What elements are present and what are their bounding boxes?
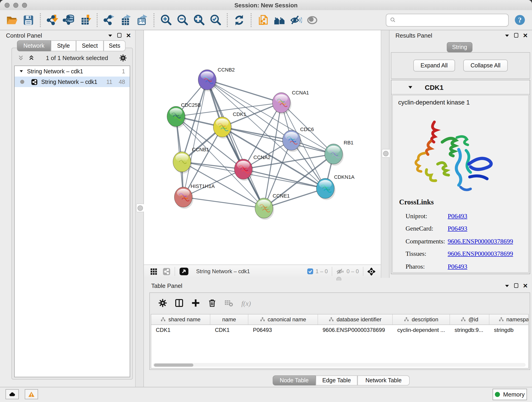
zoom-out-button[interactable] bbox=[174, 12, 191, 28]
import-table-button[interactable] bbox=[77, 12, 94, 28]
fit-selected-crosshair-icon[interactable] bbox=[367, 268, 375, 275]
network-edge[interactable] bbox=[222, 127, 334, 154]
panel-close-icon[interactable]: ✕ bbox=[523, 33, 528, 38]
protein-section-header[interactable]: CDK1 bbox=[391, 80, 530, 95]
selected-checkbox-icon[interactable] bbox=[307, 268, 313, 274]
export-network-button[interactable] bbox=[101, 12, 117, 28]
network-edge[interactable] bbox=[183, 197, 264, 208]
tab-sets[interactable]: Sets bbox=[104, 40, 126, 51]
refresh-view-button[interactable] bbox=[231, 12, 247, 28]
table-horizontal-scrollbar[interactable] bbox=[153, 363, 526, 367]
column-header-description[interactable]: description bbox=[393, 314, 450, 325]
table-row[interactable]: CDK1CDK1P064939606.ENSP00000378699cyclin… bbox=[151, 325, 528, 335]
network-node-CDC25B[interactable] bbox=[167, 106, 186, 128]
memory-button[interactable]: Memory bbox=[493, 389, 527, 400]
import-network-file-button[interactable] bbox=[44, 12, 60, 28]
column-header-shared-name[interactable]: shared name bbox=[151, 314, 210, 325]
network-selection-status: 1 of 1 Network selected bbox=[35, 54, 119, 61]
network-node-CDKN1A[interactable] bbox=[317, 178, 336, 200]
grid-view-icon[interactable] bbox=[150, 268, 157, 275]
protein-structure-image bbox=[405, 114, 495, 205]
tab-string[interactable]: String bbox=[447, 42, 472, 52]
collection-expand-icon[interactable] bbox=[19, 69, 23, 73]
search-input[interactable] bbox=[399, 16, 505, 24]
network-options-gear-icon[interactable] bbox=[119, 54, 127, 62]
cloud-status-button[interactable] bbox=[6, 389, 19, 399]
network-collection-row[interactable]: String Network – cdk1 1 bbox=[15, 66, 130, 77]
network-node-CCNA1[interactable] bbox=[272, 93, 291, 114]
table-cell: CDK1 bbox=[210, 325, 248, 335]
network-canvas[interactable]: CCNB2CCNA1CDC25BCDK1CDC6RB1CCNB1CCNA2CDK… bbox=[144, 30, 381, 264]
network-row[interactable]: String Network – cdk1 11 48 bbox=[15, 77, 130, 87]
string-home-button[interactable] bbox=[271, 12, 288, 28]
crosslink-link[interactable]: P06493 bbox=[448, 213, 467, 220]
tab-node-table[interactable]: Node Table bbox=[273, 375, 316, 385]
network-edge[interactable] bbox=[183, 169, 243, 197]
tab-style[interactable]: Style bbox=[51, 40, 76, 51]
tab-network-table[interactable]: Network Table bbox=[357, 375, 410, 385]
panel-menu-icon[interactable] bbox=[505, 283, 510, 288]
warning-status-button[interactable] bbox=[25, 389, 38, 399]
panel-close-icon[interactable]: ✕ bbox=[523, 283, 528, 288]
network-node-RB1[interactable] bbox=[325, 144, 344, 166]
column-header-namespace[interactable]: namespace bbox=[489, 314, 529, 325]
hide-selected-button[interactable] bbox=[288, 12, 304, 28]
show-columns-icon[interactable] bbox=[175, 298, 184, 307]
birdseye-view-icon[interactable] bbox=[179, 267, 189, 275]
expand-all-networks-icon[interactable] bbox=[17, 54, 24, 61]
collapse-all-button[interactable]: Collapse All bbox=[463, 60, 508, 71]
zoom-selected-button[interactable] bbox=[207, 12, 224, 28]
crosslink-link[interactable]: 9606.ENSP00000378699 bbox=[448, 250, 513, 258]
network-edge[interactable] bbox=[243, 169, 325, 188]
network-node-CCNE1[interactable] bbox=[255, 198, 274, 220]
table-options-gear-icon[interactable] bbox=[158, 298, 167, 307]
left-splitter[interactable] bbox=[135, 30, 144, 387]
crosslink-link[interactable]: P06493 bbox=[448, 263, 467, 270]
zoom-in-button[interactable] bbox=[158, 12, 174, 28]
column-header--id[interactable]: @id bbox=[450, 314, 489, 325]
help-button[interactable]: ? bbox=[514, 14, 526, 26]
crosslink-link[interactable]: 9606.ENSP00000378699 bbox=[448, 238, 513, 245]
network-node-CDK1[interactable] bbox=[213, 117, 232, 139]
tab-edge-table[interactable]: Edge Table bbox=[316, 375, 357, 385]
zoom-fit-button[interactable] bbox=[191, 12, 207, 28]
network-node-CCNB2[interactable] bbox=[198, 70, 217, 91]
save-session-button[interactable] bbox=[20, 12, 37, 28]
export-table-button[interactable] bbox=[117, 12, 134, 28]
delete-column-icon[interactable] bbox=[208, 298, 217, 307]
panel-float-icon[interactable] bbox=[514, 33, 519, 38]
panel-close-icon[interactable]: ✕ bbox=[126, 33, 131, 38]
column-header-canonical-name[interactable]: canonical name bbox=[248, 314, 318, 325]
column-header-database-identifier[interactable]: database identifier bbox=[318, 314, 393, 325]
expand-all-button[interactable]: Expand All bbox=[413, 60, 455, 71]
show-all-button[interactable] bbox=[304, 12, 321, 28]
tab-select[interactable]: Select bbox=[76, 40, 104, 51]
network-edge[interactable] bbox=[207, 80, 281, 103]
search-box[interactable] bbox=[386, 13, 509, 26]
network-edge[interactable] bbox=[207, 80, 264, 208]
tab-network[interactable]: Network bbox=[17, 40, 51, 51]
share-network-icon[interactable] bbox=[163, 268, 171, 275]
import-table-icon bbox=[79, 14, 91, 26]
open-session-button[interactable] bbox=[4, 12, 20, 28]
panel-float-icon[interactable] bbox=[514, 283, 519, 288]
import-network-database-button[interactable] bbox=[60, 12, 77, 28]
collapse-all-networks-icon[interactable] bbox=[28, 54, 35, 61]
column-header-name[interactable]: name bbox=[210, 314, 248, 325]
panel-float-icon[interactable] bbox=[117, 33, 122, 38]
section-expand-icon[interactable] bbox=[408, 85, 413, 89]
add-column-icon[interactable] bbox=[191, 298, 200, 307]
node-label-HIST1H1A: HIST1H1A bbox=[191, 183, 215, 189]
panel-menu-icon[interactable] bbox=[505, 33, 510, 38]
right-splitter-handle[interactable] bbox=[382, 149, 390, 158]
panel-menu-icon[interactable] bbox=[108, 33, 113, 38]
string-query-button[interactable] bbox=[255, 12, 271, 28]
network-edge[interactable] bbox=[207, 80, 334, 154]
right-splitter[interactable] bbox=[381, 30, 389, 281]
crosslink-link[interactable]: P06493 bbox=[448, 225, 467, 233]
left-splitter-handle[interactable] bbox=[136, 204, 144, 212]
scrollbar-thumb[interactable] bbox=[154, 363, 193, 366]
export-image-button[interactable] bbox=[134, 12, 150, 28]
network-node-CCNA2[interactable] bbox=[234, 159, 253, 181]
network-node-HIST1H1A[interactable] bbox=[174, 187, 193, 209]
